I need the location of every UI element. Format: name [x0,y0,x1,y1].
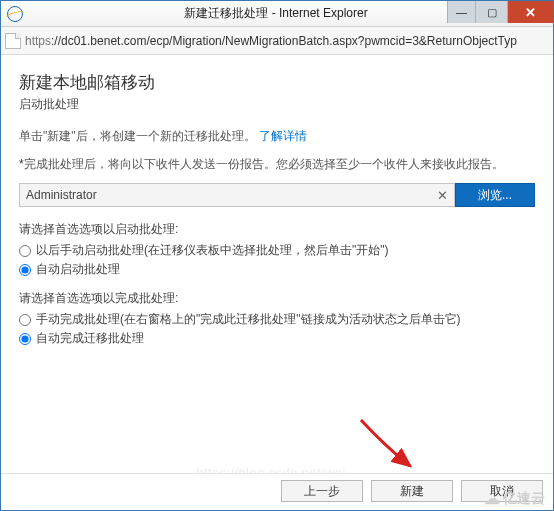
create-button[interactable]: 新建 [371,480,453,502]
brand-watermark: ☁ 亿速云 [484,489,545,508]
complete-option-manual-label: 手动完成批处理(在右窗格上的"完成此迁移批处理"链接成为活动状态之后单击它) [36,311,461,328]
start-radio-manual[interactable] [19,245,31,257]
title-bar: 新建迁移批处理 - Internet Explorer — ▢ ✕ [1,1,553,27]
complete-radio-manual[interactable] [19,314,31,326]
complete-radio-auto[interactable] [19,333,31,345]
ie-window: 新建迁移批处理 - Internet Explorer — ▢ ✕ https:… [0,0,554,511]
start-option-auto[interactable]: 自动启动批处理 [19,261,535,278]
close-button[interactable]: ✕ [507,1,553,23]
back-button[interactable]: 上一步 [281,480,363,502]
start-option-auto-label: 自动启动批处理 [36,261,120,278]
complete-option-auto-label: 自动完成迁移批处理 [36,330,144,347]
intro-text: 单击"新建"后，将创建一个新的迁移批处理。 [19,129,256,143]
start-radio-auto[interactable] [19,264,31,276]
recipient-input[interactable]: Administrator ✕ [19,183,455,207]
url-display[interactable]: https://dc01.benet.com/ecp/Migration/New… [25,34,549,48]
start-group-label: 请选择首选选项以启动批处理: [19,221,535,238]
browse-button[interactable]: 浏览... [455,183,535,207]
brand-text: 亿速云 [503,490,545,508]
page-icon [5,33,21,49]
url-scheme: https [25,34,51,48]
report-note: 完成批处理后，将向以下收件人发送一份报告。您必须选择至少一个收件人来接收此报告。 [19,155,535,173]
page-content: 新建本地邮箱移动 启动批处理 单击"新建"后，将创建一个新的迁移批处理。 了解详… [1,55,553,510]
clear-icon[interactable]: ✕ [437,188,448,203]
minimize-button[interactable]: — [447,1,475,23]
start-option-manual[interactable]: 以后手动启动批处理(在迁移仪表板中选择批处理，然后单击"开始") [19,242,535,259]
complete-option-manual[interactable]: 手动完成批处理(在右窗格上的"完成此迁移批处理"链接成为活动状态之后单击它) [19,311,535,328]
url-rest: ://dc01.benet.com/ecp/Migration/NewMigra… [51,34,517,48]
ie-icon [7,6,23,22]
window-buttons: — ▢ ✕ [447,1,553,23]
intro-line: 单击"新建"后，将创建一个新的迁移批处理。 了解详情 [19,127,535,145]
complete-option-auto[interactable]: 自动完成迁移批处理 [19,330,535,347]
maximize-button[interactable]: ▢ [475,1,507,23]
start-option-manual-label: 以后手动启动批处理(在迁移仪表板中选择批处理，然后单击"开始") [36,242,389,259]
wizard-footer: 上一步 新建 取消 [1,473,553,510]
complete-group-label: 请选择首选选项以完成批处理: [19,290,535,307]
learn-more-link[interactable]: 了解详情 [259,129,307,143]
address-bar: https://dc01.benet.com/ecp/Migration/New… [1,27,553,55]
page-heading: 新建本地邮箱移动 [19,71,535,94]
recipient-value: Administrator [26,188,97,202]
recipient-row: Administrator ✕ 浏览... [19,183,535,207]
cloud-icon: ☁ [484,489,500,508]
page-subtitle: 启动批处理 [19,96,535,113]
